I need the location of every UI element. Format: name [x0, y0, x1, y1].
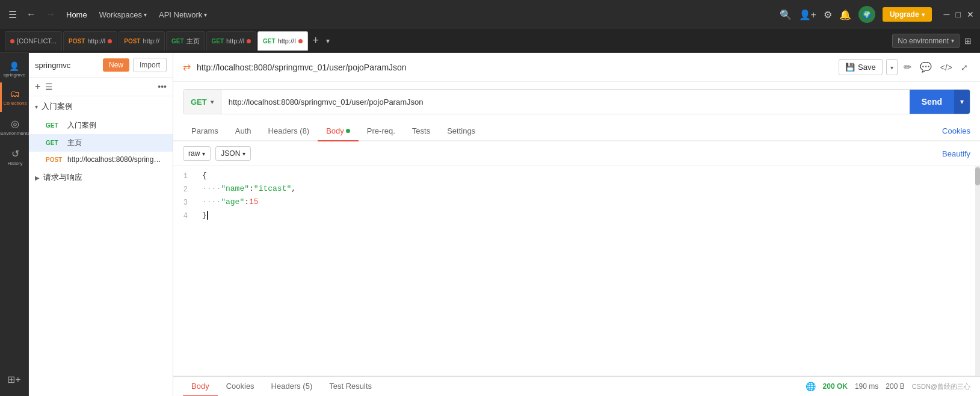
back-icon[interactable]: ← [24, 7, 39, 22]
tab-settings-label: Settings [447, 126, 475, 135]
new-button[interactable]: New [103, 58, 129, 72]
sidebar-item-environments[interactable]: ◎ Environments [0, 112, 28, 142]
user-icon-item[interactable]: 👤 springmvc [0, 57, 28, 82]
tab-get-http1-dot [247, 39, 251, 43]
maximize-icon[interactable]: □ [956, 10, 961, 19]
response-status-area: 🌐 200 OK 190 ms 200 B CSDN@曾经的三心 [806, 382, 970, 391]
globe-icon: 🌐 [806, 382, 816, 391]
add-tab-icon[interactable]: + [309, 34, 323, 47]
body-toolbar: raw ▾ JSON ▾ Beautify [173, 141, 980, 166]
resp-tab-test-results[interactable]: Test Results [321, 377, 380, 396]
resp-tab-cookies[interactable]: Cookies [218, 377, 263, 396]
tab-params[interactable]: Params [183, 122, 227, 141]
tab-get-http2[interactable]: GET http://l [257, 31, 308, 51]
expand-icon[interactable]: ⤢ [958, 60, 970, 75]
add-user-icon[interactable]: 👤+ [799, 9, 816, 20]
no-environment-select[interactable]: No environment ▾ [892, 34, 960, 48]
raw-select[interactable]: raw ▾ [183, 146, 211, 161]
tab-get-home-method: GET [171, 38, 184, 45]
minimize-icon[interactable]: ─ [944, 10, 950, 19]
workspaces-menu[interactable]: Workspaces ▾ [96, 8, 150, 22]
search-icon[interactable]: 🔍 [780, 9, 792, 20]
comment-icon[interactable]: 💬 [917, 59, 934, 75]
tab-post2[interactable]: POST http:// [119, 31, 165, 51]
home-link[interactable]: Home [63, 8, 91, 22]
api-network-chevron-icon: ▾ [204, 11, 207, 18]
tabs-chevron-icon[interactable]: ▾ [324, 37, 332, 45]
collection-item-home[interactable]: GET 主页 [29, 134, 173, 152]
status-size: 200 B [886, 382, 904, 391]
url-input[interactable] [221, 90, 910, 114]
method-select[interactable]: GET ▾ [183, 90, 221, 114]
collection-item-post[interactable]: POST http://localhost:8080/springmvc... [29, 152, 173, 167]
code-line-3: 3 ····"age":15 [173, 197, 980, 211]
more-options-icon[interactable]: ••• [158, 82, 167, 91]
collection-group-intro-header[interactable]: ▾ 入门案例 [29, 96, 173, 117]
tab-tests[interactable]: Tests [404, 122, 439, 141]
hamburger-icon[interactable]: ☰ [6, 7, 19, 23]
tab-conflict[interactable]: [CONFLICT... [5, 31, 62, 51]
resp-tab-body[interactable]: Body [183, 377, 218, 396]
collection-item-intro-get[interactable]: GET 入门案例 [29, 117, 173, 134]
line-content-3: ····"age":15 [197, 197, 980, 206]
collection-group-intro-label: 入门案例 [42, 101, 73, 112]
send-chevron-button[interactable]: ▾ [954, 90, 970, 114]
close-icon[interactable]: ✕ [967, 10, 974, 19]
settings-icon[interactable]: ⚙ [824, 9, 832, 20]
topbar: ☰ ← → Home Workspaces ▾ API Network ▾ 🔍 … [0, 0, 980, 29]
tab-body-label: Body [326, 126, 344, 135]
item-label-intro: 入门案例 [67, 120, 96, 131]
tab-get-http2-method: GET [263, 38, 276, 45]
sidebar-item-apps[interactable]: ⊞+ [0, 368, 28, 391]
cookies-link[interactable]: Cookies [942, 122, 970, 140]
edit-icon[interactable]: ✏ [901, 59, 914, 75]
no-environment-label: No environment [898, 37, 949, 45]
resp-tab-headers[interactable]: Headers (5) [263, 377, 321, 396]
tab-auth[interactable]: Auth [227, 122, 260, 141]
raw-chevron-icon: ▾ [202, 150, 205, 157]
code-icon[interactable]: </> [938, 60, 955, 75]
save-chevron-button[interactable]: ▾ [886, 59, 898, 75]
sidebar-item-history[interactable]: ↺ History [0, 142, 28, 172]
beautify-button[interactable]: Beautify [942, 149, 970, 158]
avatar[interactable]: 🌍 [858, 6, 875, 23]
tab-post2-method: POST [124, 38, 140, 45]
request-header-bar: ⇄ http://localhost:8080/springmvc_01/use… [173, 53, 980, 82]
editor-scrollbar[interactable] [975, 166, 980, 376]
collection-group-intro: ▾ 入门案例 GET 入门案例 GET 主页 POST http://local… [29, 96, 173, 167]
tab-prereq[interactable]: Pre-req. [359, 122, 404, 141]
tab-settings[interactable]: Settings [439, 122, 484, 141]
json-select[interactable]: JSON ▾ [215, 146, 251, 161]
method-tag-get-home: GET [46, 140, 64, 146]
filter-icon[interactable]: ☰ [45, 82, 53, 91]
tab-post1[interactable]: POST http://l [63, 31, 117, 51]
upgrade-button[interactable]: Upgrade ▾ [883, 7, 932, 22]
notifications-icon[interactable]: 🔔 [839, 9, 851, 20]
resp-tab-cookies-label: Cookies [226, 382, 254, 391]
item-label-home: 主页 [67, 138, 82, 148]
save-button[interactable]: 💾 Save [839, 59, 883, 75]
tab-get-home[interactable]: GET 主页 [166, 31, 205, 51]
resp-tab-test-results-label: Test Results [329, 382, 372, 391]
forward-icon[interactable]: → [43, 7, 58, 22]
tab-headers[interactable]: Headers (8) [260, 122, 318, 141]
code-lines: 1 { 2 ····"name":"itcast", 3 ····"age":1… [173, 166, 980, 229]
tab-body[interactable]: Body [318, 122, 359, 141]
collection-group-request-header[interactable]: ▶ 请求与响应 [29, 167, 173, 188]
sidebar-toggle-icon[interactable]: ⊞ [961, 36, 975, 46]
collections-filter-row: + ☰ ••• [29, 78, 173, 96]
api-network-menu[interactable]: API Network ▾ [155, 8, 211, 22]
code-editor[interactable]: 1 { 2 ····"name":"itcast", 3 ····"age":1… [173, 166, 980, 376]
add-collection-icon[interactable]: + [35, 81, 40, 92]
import-button[interactable]: Import [133, 58, 167, 72]
collections-panel: springmvc New Import + ☰ ••• ▾ 入门案例 GET … [29, 53, 173, 396]
tab-post1-dot [108, 39, 112, 43]
send-button[interactable]: Send [910, 90, 954, 114]
request-header-actions: 💾 Save ▾ ✏ 💬 </> ⤢ [839, 59, 970, 75]
raw-label: raw [188, 149, 200, 158]
tab-get-http2-dot [298, 39, 303, 43]
editor-scrollbar-thumb[interactable] [975, 167, 980, 185]
response-tabs-bar: Body Cookies Headers (5) Test Results 🌐 … [173, 376, 980, 396]
tab-get-http1[interactable]: GET http://l [206, 31, 257, 51]
sidebar-item-collections[interactable]: 🗂 Collections [0, 82, 28, 112]
